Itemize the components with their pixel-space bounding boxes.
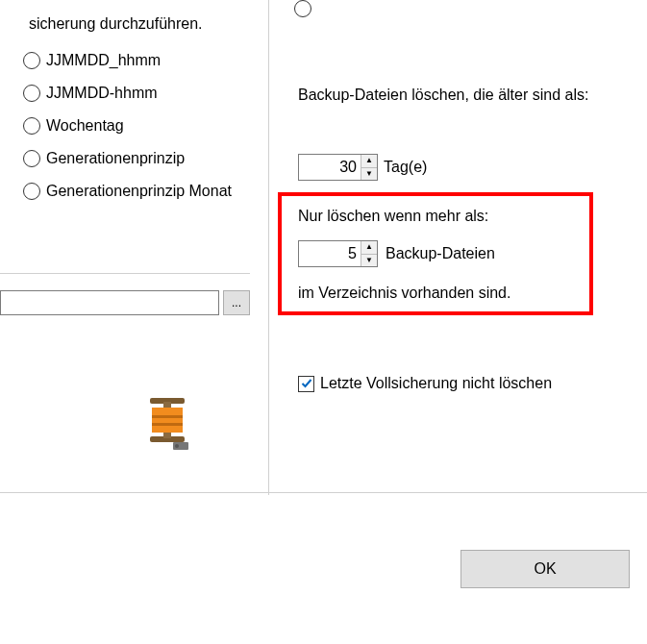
radio-weekday[interactable]: Wochentag (23, 117, 232, 135)
radio-icon (23, 52, 40, 69)
arrow-down-icon[interactable]: ▼ (361, 168, 377, 181)
files-spinner[interactable]: ▲ ▼ (298, 240, 378, 267)
ok-button[interactable]: OK (460, 550, 630, 588)
spinner-arrows: ▲ ▼ (361, 155, 377, 180)
radio-icon (23, 85, 40, 102)
arrow-up-icon[interactable]: ▲ (361, 155, 377, 168)
browse-button[interactable]: ... (223, 290, 250, 315)
radio-icon (294, 0, 311, 17)
svg-point-7 (175, 444, 179, 448)
radio-label: Wochentag (46, 117, 124, 135)
arrow-up-icon[interactable]: ▲ (361, 241, 377, 255)
days-row: ▲ ▼ Tag(e) (298, 154, 427, 181)
delete-older-label: Backup-Dateien löschen, die älter sind a… (298, 85, 606, 106)
checkbox-icon[interactable] (298, 376, 314, 392)
intro-text: sicherung durchzuführen. (29, 15, 203, 33)
radio-generation-month[interactable]: Generationenprinzip Monat (23, 183, 232, 200)
days-input[interactable] (299, 155, 361, 180)
radio-jjmmdd-dash[interactable]: JJMMDD-hhmm (23, 85, 232, 102)
radio-icon (23, 183, 40, 200)
radio-cutoff[interactable] (294, 0, 317, 17)
radio-icon (23, 117, 40, 135)
in-directory-label: im Verzeichnis vorhanden sind. (298, 285, 510, 302)
svg-rect-5 (152, 423, 183, 426)
path-input[interactable] (0, 290, 219, 315)
radio-icon (23, 150, 40, 167)
radio-label: JJMMDD_hhmm (46, 52, 161, 69)
radio-label: JJMMDD-hhmm (46, 85, 158, 102)
radio-label: Generationenprinzip Monat (46, 183, 232, 200)
naming-radio-group: JJMMDD_hhmm JJMMDD-hhmm Wochentag Genera… (23, 52, 232, 215)
days-spinner[interactable]: ▲ ▼ (298, 154, 378, 181)
left-panel: sicherung durchzuführen. JJMMDD_hhmm JJM… (0, 0, 269, 495)
path-row: ... (0, 290, 250, 315)
svg-rect-4 (152, 415, 183, 418)
compress-icon (144, 394, 190, 452)
radio-generation[interactable]: Generationenprinzip (23, 150, 232, 167)
radio-label: Generationenprinzip (46, 150, 185, 167)
svg-rect-3 (152, 408, 183, 433)
separator (0, 492, 647, 493)
radio-jjmmdd-underscore[interactable]: JJMMDD_hhmm (23, 52, 232, 69)
files-row: ▲ ▼ Backup-Dateien (298, 240, 495, 267)
files-input[interactable] (299, 241, 361, 266)
only-delete-label: Nur löschen wenn mehr als: (298, 208, 488, 225)
keep-full-label: Letzte Vollsicherung nicht löschen (320, 375, 552, 392)
spinner-arrows: ▲ ▼ (361, 241, 377, 266)
keep-full-checkbox-row[interactable]: Letzte Vollsicherung nicht löschen (298, 375, 552, 392)
arrow-down-icon[interactable]: ▼ (361, 255, 377, 267)
files-unit: Backup-Dateien (386, 245, 495, 262)
days-unit: Tag(e) (384, 159, 427, 176)
